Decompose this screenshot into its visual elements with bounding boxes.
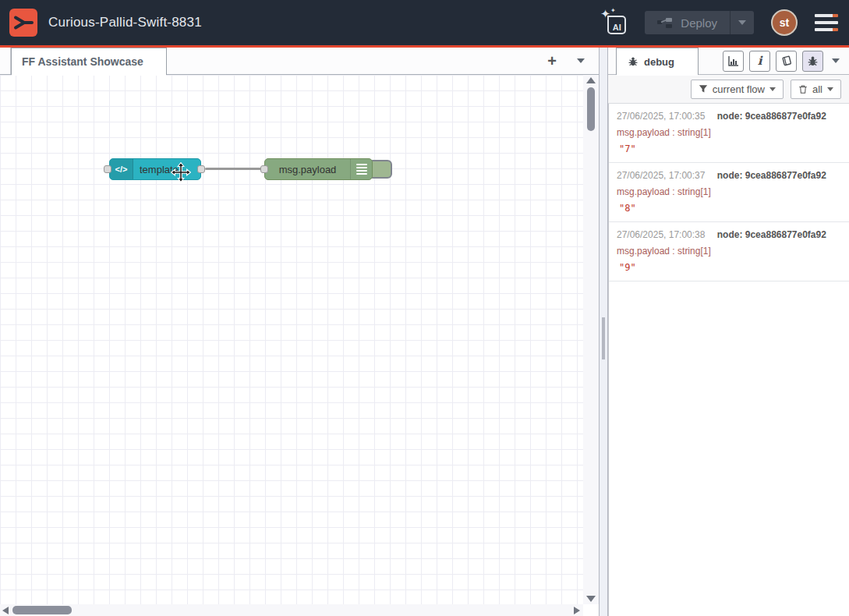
sidebar-tab-label: debug [644,56,674,68]
funnel-icon [699,84,708,94]
sidebar: debug i [608,48,849,616]
horizontal-scrollbar[interactable] [0,604,583,616]
scroll-down-arrow[interactable] [586,596,596,602]
flow-canvas[interactable]: </> template msg.payload [0,75,583,604]
flowfuse-logo-icon[interactable] [9,9,37,37]
node-label: msg.payload [265,159,350,179]
trash-icon [798,84,808,94]
debug-toolbar: current flow all [608,75,849,104]
flow-tab-label: FF Assistant Showcase [22,55,143,68]
hamburger-bar [815,28,838,31]
deploy-pipeline-icon [657,17,673,28]
info-tab-button[interactable]: i [749,51,770,72]
chevron-down-icon [738,20,746,25]
message-node-id: node: 9cea886877e0fa92 [717,229,826,240]
avatar-initials: st [780,16,789,29]
debug-message[interactable]: 27/06/2025, 17:00:37 node: 9cea886877e0f… [609,163,849,222]
message-property: msg.payload : string[1] [617,127,841,138]
deploy-options-button[interactable] [730,11,754,34]
move-cursor-icon [171,162,191,182]
info-icon: i [758,54,762,68]
clear-label: all [812,83,822,95]
scroll-right-arrow[interactable] [574,607,580,614]
sidebar-resize-handle[interactable] [599,48,608,616]
input-port[interactable] [104,165,111,173]
message-timestamp: 27/06/2025, 17:00:37 [617,170,705,181]
resize-grip[interactable] [602,317,605,359]
horizontal-scroll-thumb[interactable] [12,606,72,614]
vertical-scroll-thumb[interactable] [587,87,595,131]
list-icon [350,159,372,179]
message-property: msg.payload : string[1] [617,186,841,197]
main-menu-button[interactable] [815,11,838,34]
output-port[interactable] [197,165,205,173]
vertical-scrollbar[interactable] [583,75,599,604]
page-title: Curious-Pallid-Swift-8831 [48,15,202,30]
debug-clear-button[interactable]: all [791,80,841,99]
sidebar-menu-button[interactable] [832,58,840,63]
tab-scroll-spacer [0,48,11,74]
user-avatar[interactable]: st [771,9,798,36]
message-value: "9" [617,262,841,273]
ai-label: AI [607,16,626,34]
message-timestamp: 27/06/2025, 17:00:35 [617,111,705,122]
debug-message[interactable]: 27/06/2025, 17:00:38 node: 9cea886877e0f… [609,222,849,281]
message-node-id: node: 9cea886877e0fa92 [717,111,826,122]
message-value: "7" [617,143,841,154]
help-tab-button[interactable] [776,51,797,72]
message-timestamp: 27/06/2025, 17:00:38 [617,229,705,240]
flow-list-button[interactable] [577,58,585,63]
debug-message[interactable]: 27/06/2025, 17:00:35 node: 9cea886877e0f… [609,104,849,163]
bug-icon [807,55,819,67]
chevron-down-icon [827,87,833,91]
flow-tabbar: FF Assistant Showcase + [0,48,599,75]
book-icon [780,55,793,67]
add-flow-button[interactable]: + [547,53,557,69]
hamburger-bar [815,14,838,17]
scroll-up-arrow[interactable] [586,77,596,83]
message-value: "8" [617,203,841,214]
dashboard-tab-button[interactable] [723,51,744,72]
debug-filter-button[interactable]: current flow [691,80,784,99]
logo-fork-glyph [12,12,34,34]
workspace: FF Assistant Showcase + </> template msg… [0,48,599,616]
deploy-label: Deploy [681,16,717,30]
tab-ff-assistant-showcase[interactable]: FF Assistant Showcase [11,48,167,75]
wire[interactable] [205,168,266,170]
bug-icon [628,56,639,67]
code-icon: </> [110,159,133,179]
message-property: msg.payload : string[1] [617,246,841,257]
debug-tab-button[interactable] [802,51,823,72]
filter-label: current flow [713,83,765,95]
hamburger-bar [815,21,838,24]
debug-message-list: 27/06/2025, 17:00:35 node: 9cea886877e0f… [608,104,849,616]
message-node-id: node: 9cea886877e0fa92 [717,170,826,181]
scroll-left-arrow[interactable] [2,607,9,614]
deploy-button[interactable]: Deploy [645,11,754,34]
bar-chart-icon [727,55,740,67]
node-debug[interactable]: msg.payload [264,158,373,180]
header: Curious-Pallid-Swift-8831 ✦✦ AI Deploy s… [0,0,849,48]
tab-debug[interactable]: debug [616,48,699,75]
chevron-down-icon [769,87,776,91]
ai-assistant-button[interactable]: ✦✦ AI [600,9,628,37]
sidebar-tabbar: debug i [608,48,849,75]
input-port[interactable] [260,165,268,173]
